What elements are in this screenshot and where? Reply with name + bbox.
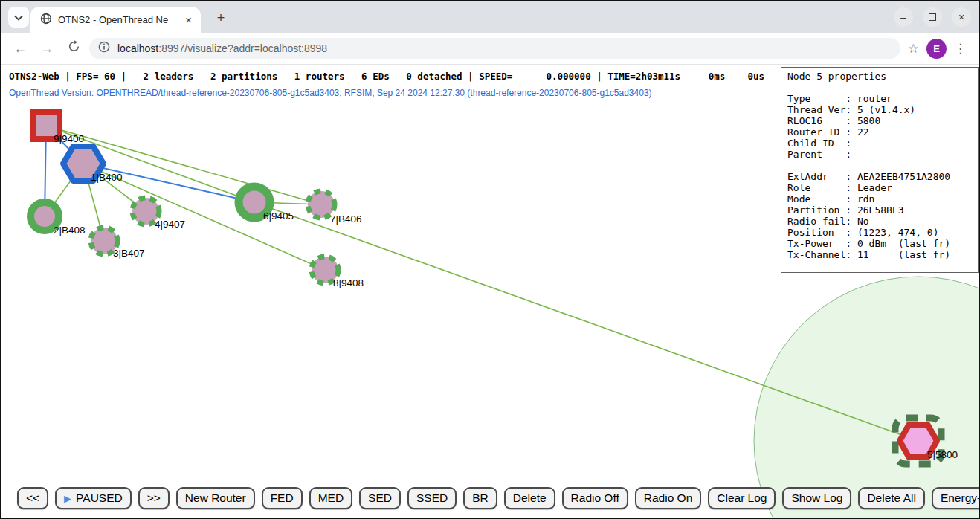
status-bar: OTNS2-Web | FPS= 60 | 2 leaders 2 partit… — [9, 71, 764, 82]
property-line: Role : Leader — [787, 182, 978, 193]
node-9-label: 9|9400 — [54, 133, 84, 144]
pause-button[interactable]: ▶PAUSED — [55, 487, 132, 509]
property-line: Tx-Power : 0 dBm (last fr) — [787, 238, 978, 249]
sed-button[interactable]: SED — [359, 487, 401, 509]
med-button[interactable]: MED — [309, 487, 352, 509]
clear-log-button[interactable]: Clear Log — [708, 487, 776, 509]
property-line: Thread Ver: 5 (v1.4.x) — [787, 104, 978, 115]
url-text: localhost:8997/visualize?addr=localhost:… — [117, 42, 327, 54]
node-3[interactable]: 3|B407 — [91, 228, 145, 259]
node-8[interactable]: 8|9408 — [312, 257, 364, 288]
url-host: localhost — [117, 42, 158, 54]
play-icon: ▶ — [64, 493, 71, 504]
browser-tab[interactable]: OTNS2 - OpenThread Ne × — [30, 7, 201, 33]
property-line — [787, 160, 978, 171]
energy-stats-button[interactable]: Energy-stats ↗ — [932, 487, 980, 509]
back-button[interactable]: ← — [9, 41, 31, 57]
node-9[interactable]: 9|9400 — [33, 112, 84, 144]
bookmark-star-icon[interactable]: ☆ — [905, 41, 922, 57]
property-line: Partition : 26E58BE3 — [787, 204, 978, 216]
tab-title: OTNS2 - OpenThread Ne — [58, 14, 178, 25]
info-icon[interactable] — [98, 41, 110, 56]
maximize-button[interactable] — [923, 7, 942, 27]
property-line: Position : (1223, 474, 0) — [787, 227, 978, 238]
node-8-label: 8|9408 — [333, 277, 364, 288]
radio-range-circle — [754, 277, 979, 518]
property-line: Type : router — [787, 93, 978, 104]
chevron-down-icon — [14, 10, 23, 24]
tab-close-icon[interactable]: × — [184, 13, 193, 26]
property-line: Radio-fail: No — [787, 216, 978, 227]
tab-search-button[interactable] — [8, 7, 29, 28]
simulator-button-bar: << ▶PAUSED >> New Router FED MED SED SSE… — [17, 487, 980, 509]
openthread-version-line: OpenThread Version: OPENTHREAD/thread-re… — [9, 88, 652, 98]
radio-off-button[interactable]: Radio Off — [562, 487, 628, 509]
address-bar[interactable]: localhost:8997/visualize?addr=localhost:… — [89, 38, 900, 59]
delete-all-button[interactable]: Delete All — [858, 487, 924, 509]
close-button[interactable]: × — [952, 7, 971, 27]
node-1-label: 1|B400 — [91, 172, 123, 183]
node-2[interactable]: 2|B408 — [30, 202, 86, 236]
delete-button[interactable]: Delete — [504, 487, 555, 509]
property-line: Mode : rdn — [787, 193, 978, 204]
ssed-button[interactable]: SSED — [407, 487, 457, 509]
radio-on-button[interactable]: Radio On — [635, 487, 701, 509]
reload-button[interactable] — [62, 40, 85, 57]
property-line: Parent : -- — [787, 149, 978, 160]
property-line: RLOC16 : 5800 — [787, 115, 978, 126]
node-3-label: 3|B407 — [113, 248, 145, 259]
node-4-label: 4|9407 — [155, 219, 185, 230]
node-4[interactable]: 4|9407 — [132, 198, 185, 230]
show-log-button[interactable]: Show Log — [782, 487, 851, 509]
node-2-label: 2|B408 — [54, 225, 86, 236]
node-7[interactable]: 7|B406 — [308, 191, 362, 225]
browser-window: OTNS2 - OpenThread Ne × + – × ← → localh… — [0, 0, 980, 519]
node-properties-panel: Node 5 properties Type : router Thread V… — [781, 67, 979, 273]
property-line — [787, 82, 978, 93]
node-6-label: 6|9405 — [263, 210, 294, 222]
br-button[interactable]: BR — [463, 487, 497, 509]
step-back-button[interactable]: << — [17, 487, 48, 509]
profile-avatar[interactable]: E — [926, 39, 947, 59]
properties-title: Node 5 properties — [787, 71, 978, 82]
property-line: Tx-Channel: 11 (last fr) — [787, 249, 978, 260]
node-6[interactable]: 6|9405 — [239, 187, 294, 222]
globe-icon — [40, 13, 52, 28]
node-7-label: 7|B406 — [330, 213, 362, 225]
tab-strip: OTNS2 - OpenThread Ne × + – × — [1, 1, 979, 33]
new-router-button[interactable]: New Router — [176, 487, 255, 509]
simulator-canvas: 9|9400 1|B400 2|B408 3|B407 4|9407 — [1, 65, 979, 518]
minimize-button[interactable]: – — [894, 7, 913, 27]
node-5-label: 5|5800 — [927, 449, 958, 460]
fed-button[interactable]: FED — [262, 487, 303, 509]
property-line: ExtAddr : AEA2EEB4751A2800 — [787, 171, 978, 182]
browser-toolbar: ← → localhost:8997/visualize?addr=localh… — [1, 33, 979, 65]
step-forward-button[interactable]: >> — [138, 487, 170, 509]
window-controls: – × — [894, 7, 971, 27]
maximize-icon — [929, 13, 936, 21]
new-tab-button[interactable]: + — [211, 8, 231, 28]
forward-button[interactable]: → — [36, 41, 58, 57]
url-path: :8997/visualize?addr=localhost:8998 — [158, 42, 327, 54]
property-line: Router ID : 22 — [787, 126, 978, 138]
reload-icon — [68, 40, 80, 53]
node-1[interactable]: 1|B400 — [63, 146, 123, 183]
browser-menu-icon[interactable]: ⋮ — [951, 41, 970, 57]
property-line: Child ID : -- — [787, 138, 978, 149]
